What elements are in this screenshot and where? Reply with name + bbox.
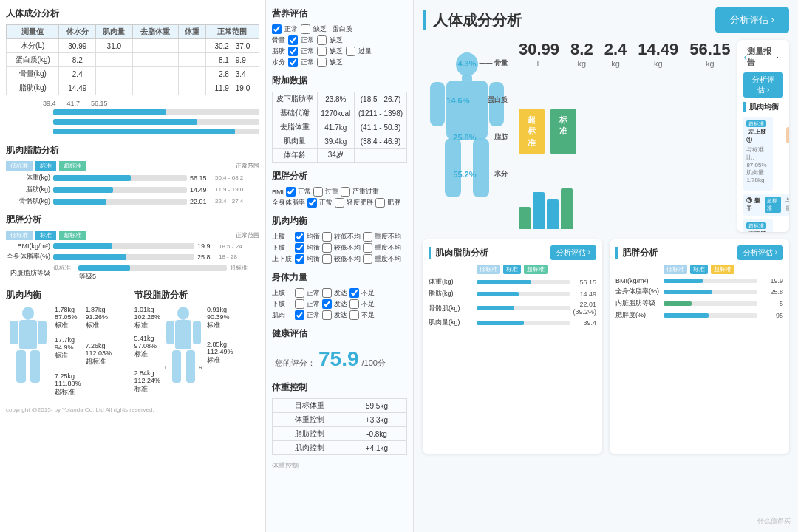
obesity-bar-visceral: 内脏脂肪等级 低标准 超标准 等级5: [6, 264, 259, 282]
nutrition-title: 营养评估: [272, 6, 407, 21]
bodyfat-normal-check[interactable]: [307, 198, 317, 208]
bmi-overweight-check[interactable]: [313, 187, 323, 197]
stats-area: 30.99 L 8.2 kg 2.4 kg 14.49 kg: [519, 40, 730, 232]
nutrition-items: 正常 缺乏 蛋白质 骨量 正常 缺乏 脂肪 正常 缺乏 过量 水分: [272, 24, 407, 67]
chart-bar-2: [533, 192, 545, 229]
report-muscle-balance-title: 肌肉均衡: [743, 102, 783, 112]
additional-data-section: 附加数据 皮下脂肪率 23.8% (18.5 - 26.7) 基础代谢 1270…: [272, 73, 407, 163]
main-figure-container: 4.3% —— 骨量 14.6% —— 蛋白质 25.8% —— 脂肪 55.2…: [423, 40, 511, 232]
bodyfat-obese-check[interactable]: [375, 198, 385, 208]
svg-rect-11: [186, 350, 195, 383]
muscle-bar-weight: 体重(kg) 56.15 50.4 - 68.2: [6, 173, 259, 183]
table-row: 骨量(kg) 2.4 2.8 - 3.4: [7, 67, 259, 81]
table-row: 去脂体重 41.7kg (41.1 - 50.3): [273, 120, 407, 134]
svg-rect-21: [786, 127, 789, 143]
weight-control-title: 体重控制: [272, 380, 407, 395]
obesity-bodyfat-row: 全身体脂率 正常 轻度肥胖 肥胖: [272, 198, 407, 208]
table-row: 体年龄 34岁: [273, 149, 407, 163]
health-score-display: 您的评分： 75.9 /100分: [272, 344, 407, 374]
analyze-button[interactable]: 分析评估 ›: [715, 7, 789, 33]
obesity-card-header: 肥胖分析 分析评估 ›: [615, 245, 783, 260]
standard-boxes: 超标准 标准: [519, 109, 730, 154]
muscle-balance-title: 肌肉均衡: [6, 287, 132, 303]
water-normal-check[interactable]: [288, 58, 298, 67]
bmi-normal-check[interactable]: [286, 187, 296, 197]
chart-bar-3: [547, 200, 559, 229]
muscle-figure: L R: [6, 306, 50, 403]
chart-bar-4: [561, 188, 573, 229]
svg-rect-14: [446, 81, 488, 140]
stat-protein: 8.2 kg: [570, 40, 593, 68]
svg-rect-4: [16, 350, 26, 383]
ob-visceral-row: 内脏脂肪等级 5: [615, 299, 783, 308]
col-range: 正常范围: [205, 25, 259, 39]
table-row: 皮下脂肪率 23.8% (18.5 - 26.7): [273, 92, 407, 106]
segment-fat-stats-left: 1.01kg 102.26% 标准 5.41kg 97.08% 标准 2.84k…: [134, 306, 161, 394]
body-composition-section: 人体成分分析 测量值 体水分 肌肉量 去脂体重 体重 正常范围 水分(L): [6, 6, 259, 137]
left-upper-stats: 与标准比: 87.05%肌肉量: 1.78kg: [746, 146, 770, 183]
bodyfat-mild-check[interactable]: [335, 198, 344, 208]
water-lack-check[interactable]: [317, 58, 327, 67]
nutrition-item-water: 水分 正常 缺乏: [272, 58, 407, 67]
nutrition-item-fat: 脂肪 正常 缺乏 过量: [272, 47, 407, 56]
muscle-fat-analyze-btn[interactable]: 分析评估 ›: [550, 245, 596, 260]
col-weight: 体重: [178, 25, 205, 39]
protein-lack-check[interactable]: [301, 24, 310, 34]
muscle-balance-left: 肌肉均衡: [6, 287, 132, 403]
strength-muscle-row: 肌肉 正常 发达 不足: [272, 310, 407, 320]
strength-section: 身体力量 上肢 正常 发达 不足 下肢 正常 发达 不足 肌肉 正常: [272, 270, 407, 320]
additional-data-title: 附加数据: [272, 73, 407, 89]
svg-rect-18: [473, 138, 489, 197]
left-upper-arm-card: 超标准 左上肢 ① 与标准比: 87.05%肌肉量: 1.78kg: [743, 117, 773, 191]
segment-figure: L R: [163, 306, 204, 403]
report-analyze-btn[interactable]: 分析评估 ›: [743, 72, 783, 98]
muscle-fat-card-title: 肌肉脂肪分析: [429, 247, 488, 259]
table-row: 水分(L) 30.99 31.0 30.2 - 37.0: [7, 39, 259, 53]
obesity-section: 肥胖分析 低标准 标准 超标准 正常范围 BMI(kg/m²) 19.9 18.…: [6, 212, 259, 282]
left-panel: 人体成分分析 测量值 体水分 肌肉量 去脂体重 体重 正常范围 水分(L): [0, 0, 266, 532]
bottom-analysis-row: 肌肉脂肪分析 分析评估 › 低标准 标准 超标准 体重(kg) 56.15: [423, 239, 789, 454]
additional-data-table: 皮下脂肪率 23.8% (18.5 - 26.7) 基础代谢 1270kcal …: [272, 92, 407, 163]
left-upper-tag: 超标准: [746, 120, 766, 127]
muscle-balance-stats-right: 1.87kg 91.26% 标准 7.26kg 112.03% 超标准: [86, 306, 112, 366]
svg-rect-17: [445, 138, 461, 197]
obesity-card-title: 肥胖分析: [615, 247, 658, 259]
mb-upper-lower-row: 上下肢 均衡 较低不均 重度不均: [272, 254, 407, 264]
center-mini-figure: [776, 117, 789, 191]
svg-rect-13: [462, 75, 472, 81]
obesity-bar-bmi: BMI(kg/m²) 19.9 18.5 - 24: [6, 242, 259, 250]
obesity-analyze-btn[interactable]: 分析评估 ›: [737, 245, 783, 260]
fat-lack-check[interactable]: [317, 47, 327, 56]
body-composition-title: 人体成分分析: [6, 6, 259, 21]
table-row: 基础代谢 1270kcal (1211 - 1398): [273, 106, 407, 120]
health-score-value: 75.9: [318, 347, 359, 371]
svg-point-6: [177, 307, 189, 320]
bmi-severe-check[interactable]: [341, 187, 350, 197]
obesity-bar-bodyfat: 全身体脂率(%) 25.8 18 - 28: [6, 252, 259, 262]
nutrition-item-bone: 骨量 正常 缺乏: [272, 35, 407, 45]
protein-normal-check[interactable]: [272, 24, 282, 34]
chart-bar-1: [519, 207, 531, 229]
mf-muscle-row: 肌肉量(kg) 39.4: [429, 318, 596, 327]
muscle-bar-skeletal: 骨骼肌(kg) 22.01 22.4 - 27.4: [6, 197, 259, 206]
ob-bodyfat-row: 全身体脂率(%) 25.8: [615, 287, 783, 296]
bone-normal-check[interactable]: [288, 35, 298, 45]
fat-excess-check[interactable]: [346, 47, 355, 56]
nutrition-item-protein: 正常 缺乏 蛋白质: [272, 24, 407, 34]
human-body-svg-right: [163, 306, 204, 402]
fat-normal-check[interactable]: [288, 47, 298, 56]
report-more-btn[interactable]: ···: [777, 52, 783, 61]
report-header: ‹ 测量报告 ···: [743, 46, 783, 68]
table-row: 体重控制 +3.3kg: [273, 413, 407, 427]
svg-rect-8: [166, 321, 174, 344]
col-water: 体水分: [59, 25, 96, 39]
copyright: copyright @2015- by Yolanda Co.,Ltd All …: [6, 406, 259, 413]
body-bar-weight: [6, 129, 259, 134]
health-eval-section: 健康评估 您的评分： 75.9 /100分: [272, 326, 407, 374]
bone-lack-check[interactable]: [317, 35, 327, 45]
table-row: 脂肪(kg) 14.49 11.9 - 19.0: [7, 81, 259, 95]
muscle-fat-card-header: 肌肉脂肪分析 分析评估 ›: [429, 245, 596, 260]
standard-box-green: 标准: [550, 109, 576, 154]
body-bar-muscle: [6, 119, 259, 125]
strength-upper-row: 上肢 正常 发达 不足: [272, 288, 407, 298]
